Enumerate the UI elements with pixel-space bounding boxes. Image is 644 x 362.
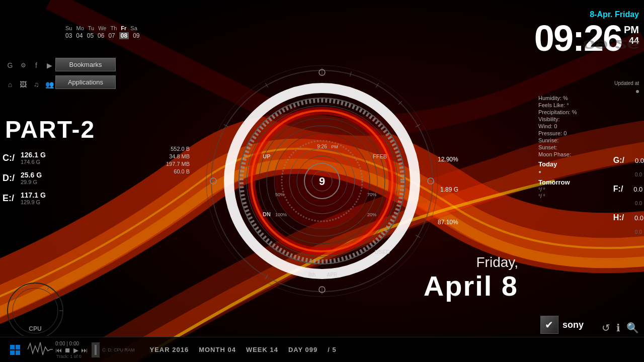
main-content: Su Mo Tu We Th Fr Sa 03 04 05 06 07 08 0… xyxy=(0,0,644,362)
svg-text:9: 9 xyxy=(319,175,325,188)
drive-h: H:/ 0.0 xyxy=(613,213,644,222)
clock-widget: 8-Apr. Friday 09:26 PM 44 09:26 xyxy=(534,10,639,79)
mem-197: 197.7 MB xyxy=(166,161,190,167)
prev-btn[interactable]: ⏮ xyxy=(55,346,62,354)
big-date-month-day: April 8 xyxy=(424,270,518,302)
mem-60: 60.0 B xyxy=(166,168,190,174)
pct-87-label: 87.10% xyxy=(438,219,458,226)
drive-e-letter: E:/ xyxy=(3,193,18,204)
memory-info: 552.0 B 34.8 MB 197.7 MB 60.0 B xyxy=(166,146,190,176)
sunrise-row: Sunrise: xyxy=(538,137,639,143)
stop-btn[interactable]: ⏹ xyxy=(64,346,71,354)
icon-group-1: G ⚙ f ▶ xyxy=(5,60,54,70)
svg-text:20%: 20% xyxy=(367,212,376,217)
svg-rect-58 xyxy=(16,350,20,355)
volume-indicator xyxy=(92,342,100,357)
steam-icon[interactable]: ⚙ xyxy=(18,60,28,70)
mem-552: 552.0 B xyxy=(166,146,190,152)
sony-brand-text: sony xyxy=(562,320,584,330)
sunset-row: Sunset: xyxy=(538,144,639,150)
day-stat: DAY 099 xyxy=(288,346,317,353)
cal-sa: Sa xyxy=(130,25,137,31)
facebook-icon[interactable]: f xyxy=(31,60,41,70)
big-date-widget: Friday, April 8 xyxy=(424,254,518,302)
mem-34: 34.8 MB xyxy=(166,153,190,159)
svg-text:100%: 100% xyxy=(275,212,287,217)
drive-d-sizes: 25.6 G 29.9 G xyxy=(21,171,42,185)
calendar-dates: 03 04 05 06 07 08 09 xyxy=(65,32,140,39)
drive-d-letter: D:/ xyxy=(3,173,18,184)
big-date-day: Friday, xyxy=(424,254,518,270)
start-button[interactable] xyxy=(5,340,25,360)
svg-line-7 xyxy=(47,287,49,290)
svg-rect-56 xyxy=(16,345,20,349)
cal-su: Su xyxy=(65,25,72,31)
drive-g-val: 0.0 xyxy=(626,157,644,164)
drive-h-letter: H:/ xyxy=(613,213,624,222)
calendar-widget: Su Mo Tu We Th Fr Sa 03 04 05 06 07 08 0… xyxy=(65,25,140,39)
cal-fr: Fr xyxy=(121,25,126,31)
search-icon[interactable]: 🔍 xyxy=(626,322,639,334)
taskbar: 0:00 | 0:00 ⏮ ⏹ ▶ ⏭ Track: 1 of 0 C: D: … xyxy=(0,337,644,362)
hud-widget: 9 9:26 PM 8th APR UP DN FFEB USED 100% 5… xyxy=(201,60,443,302)
cal-th: Th xyxy=(111,25,117,31)
drive-c-total: 174.6 G xyxy=(21,159,46,165)
drive-e-total: 129.9 G xyxy=(21,199,46,205)
google-icon[interactable]: G xyxy=(5,60,15,70)
cal-d04: 04 xyxy=(76,32,83,39)
users-icon[interactable]: 👥 xyxy=(44,79,54,89)
svg-text:USED: USED xyxy=(375,249,390,255)
humidity-row: Humidity: % xyxy=(538,95,639,101)
svg-text:CPU: CPU xyxy=(29,325,41,332)
svg-text:PM: PM xyxy=(331,144,338,149)
nav-buttons: Bookmarks Applications xyxy=(55,58,116,89)
picture-icon[interactable]: 🖼 xyxy=(18,79,28,89)
youtube-icon[interactable]: ▶ xyxy=(44,60,54,70)
drive-f: F:/ 0.0 xyxy=(613,185,644,194)
music-icon[interactable]: ♫ xyxy=(31,79,41,89)
month-stat: MONTH 04 xyxy=(199,346,236,353)
home-icon[interactable]: ⌂ xyxy=(5,79,15,89)
part-title: PART-2 xyxy=(5,116,95,143)
svg-line-5 xyxy=(22,287,24,290)
track-info: Track: 1 of 0 xyxy=(56,354,88,359)
calendar-headers: Su Mo Tu We Th Fr Sa xyxy=(65,25,140,31)
drive-f-sub: 0.0 xyxy=(613,201,644,206)
bottom-stats: YEAR 2016 MONTH 04 WEEK 14 DAY 099 / 5 xyxy=(150,346,337,353)
play-btn[interactable]: ▶ xyxy=(73,346,78,354)
svg-line-8 xyxy=(56,297,59,299)
pct-12-label: 12.90% xyxy=(438,156,458,163)
drive-f-val: 0.0 xyxy=(625,186,642,193)
cal-d03: 03 xyxy=(65,32,72,39)
applications-button[interactable]: Applications xyxy=(55,75,116,89)
pressure-row: Pressure: 0 xyxy=(538,130,639,136)
cal-d05: 05 xyxy=(87,32,94,39)
info-icon[interactable]: ℹ xyxy=(616,322,620,334)
drive-h-val: 0.0 xyxy=(626,214,643,222)
cal-d08: 08 xyxy=(119,32,129,39)
clock-pm: PM xyxy=(624,24,639,36)
right-drives-panel: G:/ 0.0 0.0 F:/ 0.0 0.0 H:/ 0.0 0.0 xyxy=(613,156,644,235)
icon-group-2: ⌂ 🖼 ♫ 👥 xyxy=(5,79,54,89)
svg-line-4 xyxy=(11,297,14,299)
next-btn[interactable]: ⏭ xyxy=(81,346,88,354)
week-stat: WEEK 14 xyxy=(246,346,278,353)
bookmarks-button[interactable]: Bookmarks xyxy=(55,58,116,71)
media-controls[interactable]: ⏮ ⏹ ▶ ⏭ xyxy=(55,346,88,354)
drive-d: D:/ 25.6 G 29.9 G xyxy=(3,171,46,185)
media-player-info: 0:00 | 0:00 ⏮ ⏹ ▶ ⏭ Track: 1 of 0 xyxy=(55,341,88,359)
drive-g: G:/ 0.0 xyxy=(613,156,644,165)
pct-189-label: 1.89 G xyxy=(440,186,458,193)
svg-text:APR: APR xyxy=(327,272,338,278)
refresh-icon[interactable]: ↺ xyxy=(602,322,610,334)
svg-text:DN: DN xyxy=(263,211,271,217)
disk-indicators: C: D: CPU RAM xyxy=(102,347,135,352)
cal-we: We xyxy=(98,25,106,31)
cal-d06: 06 xyxy=(98,32,104,39)
svg-rect-55 xyxy=(10,345,15,349)
svg-text:FFEB: FFEB xyxy=(373,153,387,159)
svg-text:8th: 8th xyxy=(308,272,315,278)
cal-d09: 09 xyxy=(133,32,139,39)
drive-d-total: 29.9 G xyxy=(21,179,42,185)
year-stat: YEAR 2016 xyxy=(150,346,189,353)
